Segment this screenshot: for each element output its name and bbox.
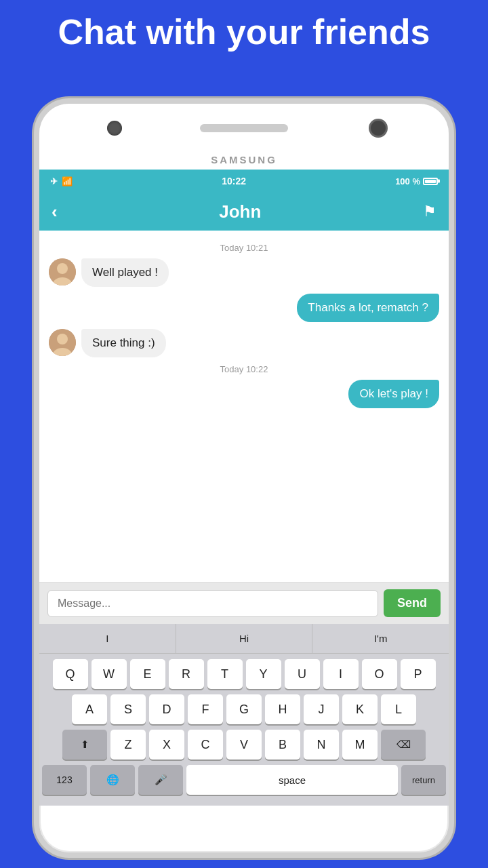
message-bubble: Thanks a lot, rematch ? — [297, 294, 439, 322]
phone-frame: SAMSUNG ✈ 📶 10:22 100 % ‹ John ⚑ Today 1… — [34, 98, 454, 858]
suggestion-i[interactable]: I — [39, 624, 176, 653]
key-j[interactable]: J — [304, 694, 339, 724]
key-m[interactable]: M — [342, 730, 378, 760]
key-r[interactable]: R — [169, 659, 204, 689]
key-g[interactable]: G — [226, 694, 262, 724]
key-o[interactable]: O — [362, 659, 397, 689]
phone-speaker — [200, 124, 288, 132]
number-key[interactable]: 123 — [42, 765, 87, 795]
key-w[interactable]: W — [92, 659, 127, 689]
shift-key[interactable]: ⬆ — [62, 730, 107, 760]
front-camera-right — [369, 119, 388, 138]
key-b[interactable]: B — [265, 730, 300, 760]
suggestion-hi[interactable]: Hi — [176, 624, 313, 653]
space-key[interactable]: space — [186, 765, 398, 795]
message-row: Thanks a lot, rematch ? — [49, 294, 439, 322]
key-row-bottom: 123 🌐 🎤 space return — [42, 765, 446, 797]
page-title: Chat with your friends — [0, 0, 488, 62]
key-a[interactable]: A — [72, 694, 107, 724]
status-bar: ✈ 📶 10:22 100 % — [39, 170, 449, 193]
key-p[interactable]: P — [401, 659, 436, 689]
message-row: Sure thing :) — [49, 329, 439, 357]
key-h[interactable]: H — [265, 694, 300, 724]
message-input-area: Send — [39, 582, 449, 624]
key-row-3: ⬆ Z X C V B N M ⌫ — [42, 730, 446, 760]
key-i[interactable]: I — [323, 659, 359, 689]
key-c[interactable]: C — [188, 730, 223, 760]
key-u[interactable]: U — [285, 659, 320, 689]
status-battery-area: 100 % — [395, 176, 438, 186]
key-q[interactable]: Q — [53, 659, 88, 689]
nav-bar: ‹ John ⚑ — [39, 193, 449, 231]
return-key[interactable]: return — [401, 765, 446, 795]
message-bubble: Well played ! — [81, 258, 169, 287]
key-l[interactable]: L — [381, 694, 416, 724]
message-row: Ok let's play ! — [49, 380, 439, 408]
globe-key[interactable]: 🌐 — [90, 765, 135, 795]
samsung-label: SAMSUNG — [39, 153, 449, 170]
svg-point-4 — [57, 334, 68, 344]
key-v[interactable]: V — [226, 730, 262, 760]
key-row-2: A S D F G H J K L — [42, 694, 446, 724]
battery-label: 100 % — [395, 176, 420, 186]
delete-key[interactable]: ⌫ — [381, 730, 426, 760]
keyboard: Q W E R T Y U I O P A S D F G H J K L ⬆ … — [39, 654, 449, 806]
keyboard-suggestions: I Hi I'm — [39, 624, 449, 654]
key-s[interactable]: S — [110, 694, 146, 724]
flag-button[interactable]: ⚑ — [423, 203, 436, 220]
message-bubble: Sure thing :) — [81, 329, 166, 357]
key-row-1: Q W E R T Y U I O P — [42, 659, 446, 689]
avatar — [49, 329, 76, 356]
message-input[interactable] — [47, 590, 378, 617]
mic-key[interactable]: 🎤 — [138, 765, 183, 795]
key-x[interactable]: X — [149, 730, 184, 760]
airplane-icon: ✈ — [50, 176, 58, 186]
key-k[interactable]: K — [342, 694, 378, 724]
message-bubble: Ok let's play ! — [348, 380, 439, 408]
phone-top — [39, 104, 449, 153]
key-z[interactable]: Z — [110, 730, 146, 760]
svg-point-1 — [57, 263, 68, 274]
key-t[interactable]: T — [207, 659, 243, 689]
chat-contact-name: John — [219, 201, 261, 222]
timestamp-2: Today 10:22 — [49, 364, 439, 374]
send-button[interactable]: Send — [384, 589, 441, 617]
message-row: Well played ! — [49, 258, 439, 287]
suggestion-im[interactable]: I'm — [312, 624, 449, 653]
chat-area: Today 10:21 Well played ! Thanks a lot, … — [39, 231, 449, 582]
key-n[interactable]: N — [304, 730, 339, 760]
status-time: 10:22 — [222, 176, 246, 186]
key-d[interactable]: D — [149, 694, 184, 724]
timestamp-1: Today 10:21 — [49, 243, 439, 253]
back-button[interactable]: ‹ — [52, 201, 58, 222]
front-camera-left — [107, 121, 122, 136]
key-e[interactable]: E — [130, 659, 165, 689]
key-y[interactable]: Y — [246, 659, 281, 689]
battery-icon — [423, 178, 438, 185]
status-icons: ✈ 📶 — [50, 176, 73, 186]
wifi-icon: 📶 — [62, 176, 73, 186]
avatar — [49, 258, 76, 285]
key-f[interactable]: F — [188, 694, 223, 724]
